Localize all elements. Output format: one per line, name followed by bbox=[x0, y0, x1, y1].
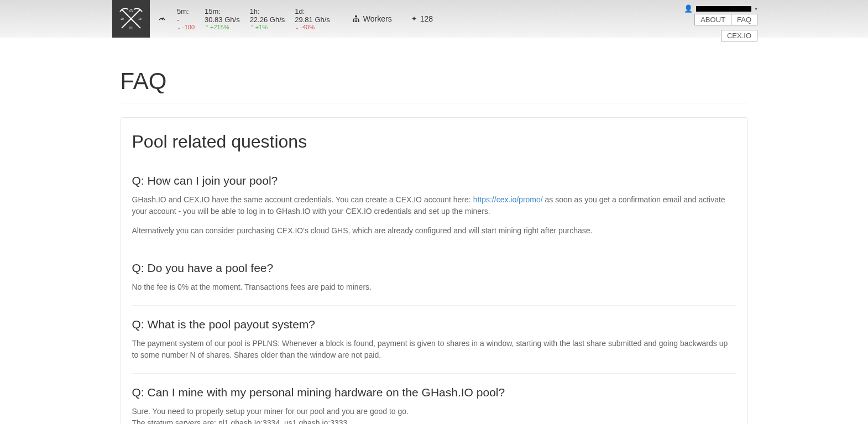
content: FAQ Pool related questions Q: How can I … bbox=[112, 68, 756, 424]
answer-text: Sure. You need to properly setup your mi… bbox=[132, 406, 736, 417]
trend-down-icon: ⌄ bbox=[295, 24, 299, 30]
faq-answer: Sure. You need to properly setup your mi… bbox=[132, 406, 736, 424]
workers-label: Workers bbox=[363, 14, 392, 23]
page-title: FAQ bbox=[121, 68, 748, 103]
faq-item: Q: Do you have a pool fee? No the fee is… bbox=[132, 261, 736, 306]
hashrate-stats: 5m: - ⌄ -100 15m: 30.83 Gh/s ⌃ +215% 1h:… bbox=[177, 7, 330, 30]
stat-label: 15m: bbox=[205, 7, 240, 15]
stat-trend: ⌄ -40% bbox=[295, 24, 330, 30]
header-center: Workers ✦ 128 bbox=[352, 14, 433, 23]
header-bar: G H 20 13 5m: - ⌄ -100 15m: 30.83 Gh/s ⌃… bbox=[0, 0, 868, 38]
trend-down-icon: ⌄ bbox=[177, 24, 181, 30]
logo[interactable]: G H 20 13 bbox=[112, 0, 150, 38]
faq-question: Q: What is the pool payout system? bbox=[132, 318, 736, 331]
header-right: 👤 ▾ ABOUT FAQ CEX.IO bbox=[684, 4, 757, 25]
stat-value: 30.83 Gh/s bbox=[205, 15, 240, 24]
svg-rect-7 bbox=[355, 15, 357, 17]
faq-answer: The payment system of our pool is PPLNS:… bbox=[132, 338, 736, 361]
stat-trend: ⌃ +215% bbox=[205, 24, 240, 30]
stat-1h: 1h: 22.26 Gh/s ⌃ +1% bbox=[250, 7, 285, 30]
user-icon: 👤 bbox=[684, 4, 693, 13]
stat-trend: ⌄ -100 bbox=[177, 24, 195, 30]
faq-item: Q: How can I join your pool? GHash.IO an… bbox=[132, 174, 736, 249]
stat-label: 5m: bbox=[177, 7, 195, 15]
svg-text:13: 13 bbox=[138, 17, 142, 20]
stat-label: 1d: bbox=[295, 7, 330, 15]
username-redacted bbox=[696, 6, 751, 12]
stat-trend: ⌃ +1% bbox=[250, 24, 285, 30]
nav-about[interactable]: ABOUT bbox=[694, 14, 731, 25]
svg-rect-10 bbox=[358, 20, 359, 22]
faq-item: Q: Can I mine with my personal mining ha… bbox=[132, 386, 736, 424]
caret-down-icon: ▾ bbox=[755, 6, 757, 12]
cex-promo-link[interactable]: https://cex.io/promo/ bbox=[473, 195, 543, 204]
answer-text: Alternatively you can consider purchasin… bbox=[132, 225, 736, 237]
speedometer-icon bbox=[158, 14, 166, 24]
stat-label: 1h: bbox=[250, 7, 285, 15]
count-value: 128 bbox=[420, 14, 433, 23]
svg-text:20: 20 bbox=[121, 17, 124, 20]
faq-question: Q: How can I join your pool? bbox=[132, 174, 736, 187]
svg-rect-9 bbox=[355, 20, 357, 22]
nav-faq[interactable]: FAQ bbox=[731, 14, 757, 25]
sitemap-icon bbox=[352, 15, 360, 23]
faq-answer: GHash.IO and CEX.IO have the same accoun… bbox=[132, 194, 736, 237]
stat-value: 22.26 Gh/s bbox=[250, 15, 285, 24]
stat-5m: 5m: - ⌄ -100 bbox=[177, 7, 195, 30]
stat-value: - bbox=[177, 15, 195, 24]
stat-1d: 1d: 29.81 Gh/s ⌄ -40% bbox=[295, 7, 330, 30]
diamond-icon: ✦ bbox=[411, 15, 417, 23]
answer-text: The stratum servers are: nl1.ghash.Io:33… bbox=[132, 417, 736, 424]
user-menu[interactable]: 👤 ▾ bbox=[684, 4, 757, 13]
svg-text:G: G bbox=[129, 8, 133, 13]
pickaxe-logo-icon: G H 20 13 bbox=[117, 5, 145, 33]
trend-value: +215% bbox=[210, 24, 229, 30]
faq-answer: No the fee is 0% at the moment. Transact… bbox=[132, 281, 736, 293]
svg-text:H: H bbox=[129, 25, 133, 30]
faq-question: Q: Can I mine with my personal mining ha… bbox=[132, 386, 736, 399]
trend-value: -100 bbox=[182, 24, 195, 30]
nav-cex[interactable]: CEX.IO bbox=[721, 30, 757, 41]
svg-rect-8 bbox=[353, 20, 354, 22]
faq-box: Pool related questions Q: How can I join… bbox=[121, 117, 748, 424]
trend-up-icon: ⌃ bbox=[205, 24, 209, 30]
stat-15m: 15m: 30.83 Gh/s ⌃ +215% bbox=[205, 7, 240, 30]
answer-text: No the fee is 0% at the moment. Transact… bbox=[132, 281, 736, 293]
stat-value: 29.81 Gh/s bbox=[295, 15, 330, 24]
trend-up-icon: ⌃ bbox=[250, 24, 254, 30]
workers-link[interactable]: Workers bbox=[352, 14, 392, 23]
faq-question: Q: Do you have a pool fee? bbox=[132, 261, 736, 275]
trend-value: +1% bbox=[255, 24, 268, 30]
trend-value: -40% bbox=[300, 24, 315, 30]
section-title: Pool related questions bbox=[132, 132, 736, 152]
answer-text: GHash.IO and CEX.IO have the same accoun… bbox=[132, 195, 473, 204]
faq-item: Q: What is the pool payout system? The p… bbox=[132, 318, 736, 374]
nav-tabs: ABOUT FAQ bbox=[695, 14, 757, 25]
hashrate-count: ✦ 128 bbox=[411, 14, 433, 23]
answer-text: The payment system of our pool is PPLNS:… bbox=[132, 338, 736, 361]
